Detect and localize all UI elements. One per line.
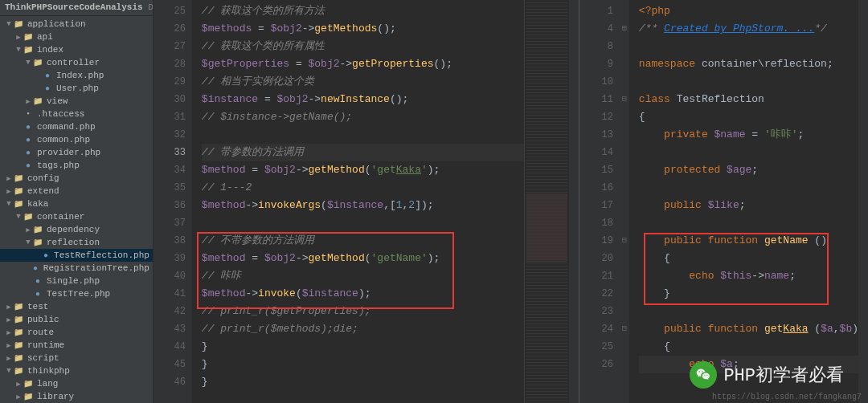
left-editor[interactable]: 2526272829303132333435363738394041424344… — [154, 0, 579, 403]
code-line[interactable]: $instance = $obj2->newInstance(); — [202, 91, 524, 108]
tree-item[interactable]: ▶runtime — [0, 339, 153, 352]
scrollbar-right[interactable] — [858, 0, 868, 403]
right-editor[interactable]: 14891011121314151617181920212223242526 ⊞… — [579, 0, 868, 403]
tree-item[interactable]: TestReflection.php — [0, 249, 153, 262]
php-icon — [41, 250, 51, 260]
code-line[interactable]: /** Created by PhpStorm. ...*/ — [639, 20, 858, 38]
folder-icon — [13, 315, 24, 324]
php-icon — [42, 71, 53, 80]
project-sidebar[interactable]: ThinkPHPSourceCodeAnalysis D:\phpstudy_p… — [0, 0, 154, 403]
tree-item[interactable]: ▼application — [0, 18, 153, 31]
code-line[interactable] — [639, 179, 858, 197]
code-line[interactable]: // 获取这个类的所有属性 — [202, 38, 524, 55]
csdn-url: https://blog.csdn.net/fangkang7 — [712, 393, 862, 401]
code-line[interactable]: private $name = '咔咔'; — [639, 126, 858, 144]
code-line[interactable]: $getProperties = $obj2->getProperties(); — [202, 55, 524, 73]
left-gutter: 2526272829303132333435363738394041424344… — [154, 0, 192, 403]
code-line[interactable]: } — [202, 338, 524, 356]
code-line[interactable] — [639, 73, 858, 91]
project-tree[interactable]: ▼application▶api▼index▼controllerIndex.p… — [0, 16, 153, 403]
tree-item[interactable]: ▼thinkphp — [0, 364, 153, 377]
code-line[interactable]: public function getKaka ($a,$b) — [639, 320, 858, 338]
project-path: D:\phpstudy_pro\W — [148, 2, 153, 12]
tree-item[interactable]: .htaccess — [0, 108, 153, 120]
fold-gutter[interactable]: ⊞⊟⊟⊟ — [620, 0, 629, 403]
code-line[interactable]: } — [202, 373, 524, 391]
tree-item[interactable]: RegistrationTree.php — [0, 262, 153, 275]
folder-icon — [23, 379, 34, 389]
code-line[interactable]: // 带参数的方法调用 — [202, 144, 524, 161]
code-line[interactable] — [639, 303, 858, 320]
code-line[interactable] — [202, 214, 524, 232]
tree-item[interactable]: tags.php — [0, 159, 153, 172]
tree-item[interactable]: ▼controller — [0, 56, 153, 69]
code-line[interactable]: // $instance->getName(); — [202, 108, 524, 126]
code-line[interactable]: echo $this->name; — [639, 267, 858, 285]
tree-item[interactable]: Single.php — [0, 275, 153, 287]
code-line[interactable]: protected $age; — [639, 161, 858, 179]
tree-item[interactable]: ▼container — [0, 210, 153, 223]
folder-icon — [13, 340, 24, 350]
tree-item[interactable]: ▶route — [0, 326, 153, 339]
code-line[interactable]: } — [202, 356, 524, 373]
tree-item[interactable]: ▶api — [0, 31, 153, 43]
code-line[interactable]: } — [639, 285, 858, 303]
code-line[interactable]: $method->invokeArgs($instance,[1,2]); — [202, 197, 524, 214]
code-line[interactable]: // 相当于实例化这个类 — [202, 73, 524, 91]
tree-item[interactable]: ▶public — [0, 313, 153, 326]
code-line[interactable]: <?php — [639, 2, 858, 20]
tree-item[interactable]: Index.php — [0, 69, 153, 82]
tree-item[interactable]: ▼index — [0, 43, 153, 56]
tree-item[interactable]: TestTree.php — [0, 287, 153, 300]
code-line[interactable] — [639, 214, 858, 232]
minimap[interactable] — [524, 0, 569, 403]
code-line[interactable]: { — [639, 338, 858, 356]
code-line[interactable]: public $like; — [639, 197, 858, 214]
code-line[interactable] — [639, 144, 858, 161]
code-line[interactable]: public function getName () — [639, 232, 858, 250]
code-line[interactable]: { — [639, 250, 858, 267]
tree-item[interactable]: ▶extend — [0, 185, 153, 197]
code-line[interactable]: // 获取这个类的所有方法 — [202, 2, 524, 20]
folder-icon — [13, 353, 24, 363]
tree-item[interactable]: ▶script — [0, 352, 153, 364]
code-line[interactable]: $method->invoke($instance); — [202, 285, 524, 303]
tree-item[interactable]: command.php — [0, 120, 153, 133]
code-line[interactable]: echo $a; — [639, 356, 858, 373]
code-line[interactable]: namespace container\reflection; — [639, 55, 858, 73]
code-line[interactable] — [202, 126, 524, 144]
folder-icon — [23, 212, 34, 222]
tree-item[interactable]: ▼kaka — [0, 197, 153, 210]
file-icon — [23, 109, 34, 119]
code-line[interactable]: // print_r($methods);die; — [202, 320, 524, 338]
tree-item[interactable]: ▶lang — [0, 377, 153, 390]
tree-item[interactable]: ▶dependency — [0, 223, 153, 236]
tree-item[interactable]: ▶config — [0, 172, 153, 185]
tree-item[interactable]: ▶test — [0, 300, 153, 313]
code-line[interactable]: // 不带参数的方法调用 — [202, 232, 524, 250]
php-icon — [31, 263, 40, 273]
folder-icon — [32, 96, 43, 106]
php-icon — [42, 83, 53, 93]
code-line[interactable]: class TestReflection — [639, 91, 858, 108]
scrollbar[interactable] — [569, 0, 579, 403]
folder-icon — [13, 173, 24, 183]
tree-item[interactable]: common.php — [0, 133, 153, 146]
code-line[interactable]: $method = $obj2->getMethod('getKaka'); — [202, 161, 524, 179]
code-line[interactable]: // 咔咔 — [202, 267, 524, 285]
code-line[interactable] — [639, 38, 858, 55]
code-line[interactable]: // print_r($getProperties); — [202, 303, 524, 320]
tree-item[interactable]: ▼reflection — [0, 236, 153, 249]
code-line[interactable]: $methods = $obj2->getMethods(); — [202, 20, 524, 38]
right-code[interactable]: <?php/** Created by PhpStorm. ...*/names… — [629, 0, 858, 403]
code-line[interactable]: { — [639, 108, 858, 126]
folder-icon — [13, 328, 24, 337]
folder-icon — [13, 186, 24, 196]
tree-item[interactable]: ▶view — [0, 95, 153, 108]
code-line[interactable]: // 1---2 — [202, 179, 524, 197]
code-line[interactable]: $method = $obj2->getMethod('getName'); — [202, 250, 524, 267]
tree-item[interactable]: User.php — [0, 82, 153, 95]
tree-item[interactable]: provider.php — [0, 146, 153, 159]
tree-item[interactable]: ▶library — [0, 390, 153, 403]
left-code[interactable]: // 获取这个类的所有方法$methods = $obj2->getMethod… — [192, 0, 524, 403]
